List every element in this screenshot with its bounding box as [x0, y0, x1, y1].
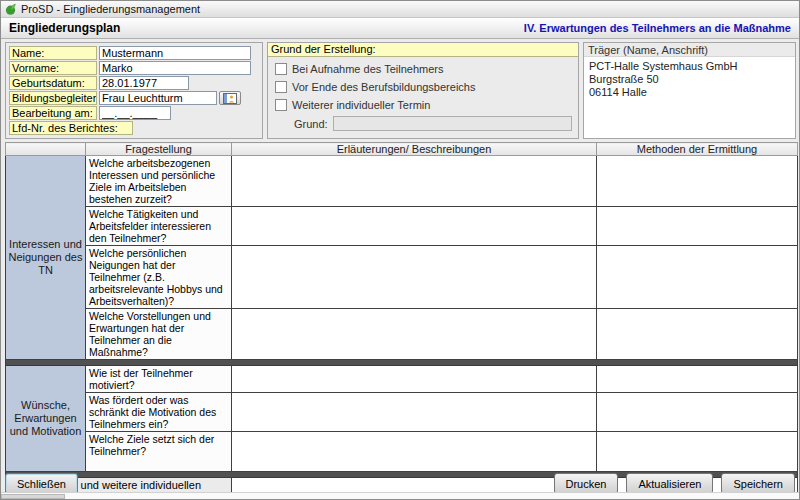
geburtsdatum-label: Geburtsdatum: [9, 76, 97, 90]
question-cell: Welche Tätigkeiten und Arbeitsfelder int… [86, 207, 232, 246]
traeger-line-1: PCT-Halle Systemhaus GmbH [589, 60, 790, 73]
fragestellung-header: Fragestellung [86, 143, 232, 156]
checkbox-row-vor-ende: Vor Ende des Berufsbildungsbereichs [275, 80, 578, 93]
methoden-cell[interactable] [597, 393, 798, 432]
field-row-vorname: Vorname: [9, 61, 259, 75]
methoden-cell[interactable] [597, 246, 798, 309]
question-cell: Was fördert oder was schränkt die Motiva… [86, 393, 232, 432]
erlaeuterungen-cell[interactable] [232, 366, 597, 393]
traeger-line-2: Burgstraße 50 [589, 73, 790, 86]
bildungsbegleiter-label: Bildungsbegleiter: [9, 91, 97, 105]
print-button[interactable]: Drucken [554, 473, 619, 494]
grund-input[interactable] [333, 116, 572, 131]
traeger-address: PCT-Halle Systemhaus GmbH Burgstraße 50 … [584, 57, 795, 102]
field-row-bearbeitung: Bearbeitung am: [9, 106, 259, 120]
methoden-cell[interactable] [597, 309, 798, 360]
section-title: IV. Erwartungen des Teilnehmers an die M… [524, 22, 791, 34]
lfdnr-label: Lfd-Nr. des Berichtes: [9, 121, 133, 135]
table-row: Interessen und Neigungen des TN Welche a… [6, 156, 798, 207]
erlaeuterungen-cell[interactable] [232, 156, 597, 207]
name-label: Name: [9, 46, 97, 60]
traeger-panel: Träger (Name, Anschrift) PCT-Halle Syste… [583, 42, 796, 139]
plan-table: Fragestellung Erläuterungen/ Beschreibun… [5, 142, 798, 500]
table-row: Welche Tätigkeiten und Arbeitsfelder int… [6, 207, 798, 246]
vor-ende-checkbox[interactable] [275, 81, 287, 93]
traeger-panel-title: Träger (Name, Anschrift) [584, 43, 795, 57]
checkbox-row-weiterer-termin: Weiterer individueller Termin [275, 98, 578, 111]
action-buttons: Drucken Aktualisieren Speichern [554, 473, 796, 494]
table-header-row: Fragestellung Erläuterungen/ Beschreibun… [6, 143, 798, 156]
question-cell: Wie ist der Teilnehmer motiviert? [86, 366, 232, 393]
erlaeuterungen-cell[interactable] [232, 432, 597, 472]
vor-ende-label: Vor Ende des Berufsbildungsbereichs [292, 81, 475, 93]
checkbox-row-aufnahme: Bei Aufnahme des Teilnehmers [275, 62, 578, 75]
titlebar[interactable]: ProSD - Eingliederungsmanagement [1, 1, 799, 18]
field-row-lfdnr: Lfd-Nr. des Berichtes: [9, 121, 259, 135]
bei-aufnahme-label: Bei Aufnahme des Teilnehmers [292, 63, 443, 75]
methoden-header: Methoden der Ermittlung [597, 143, 798, 156]
bearbeitung-label: Bearbeitung am: [9, 106, 97, 120]
table-row: Welche Vorstellungen und Erwartungen hat… [6, 309, 798, 360]
erlaeuterungen-cell[interactable] [232, 309, 597, 360]
table-row: Welche Ziele setzt sich der Teilnehmer? [6, 432, 798, 472]
app-icon [4, 3, 17, 16]
bei-aufnahme-checkbox[interactable] [275, 63, 287, 75]
grund-panel-title: Grund der Erstellung: [268, 43, 578, 57]
erlaeuterungen-cell[interactable] [232, 246, 597, 309]
methoden-cell[interactable] [597, 207, 798, 246]
group-column-header [6, 143, 86, 156]
close-button[interactable]: Schließen [5, 473, 78, 494]
field-row-bildungsbegleiter: Bildungsbegleiter: [9, 91, 259, 105]
question-cell: Welche arbeitsbezogenen Interessen und p… [86, 156, 232, 207]
vorname-input[interactable] [99, 61, 251, 75]
erlaeuterungen-cell[interactable] [232, 393, 597, 432]
weiterer-termin-label: Weiterer individueller Termin [292, 99, 430, 111]
traeger-line-3: 06114 Halle [589, 86, 790, 99]
grund-label: Grund: [294, 118, 328, 130]
geburtsdatum-input[interactable] [99, 76, 189, 90]
erlaeuterungen-cell[interactable] [232, 207, 597, 246]
app-window: ProSD - Eingliederungsmanagement Einglie… [0, 0, 800, 500]
methoden-cell[interactable] [597, 156, 798, 207]
horizontal-scrollbar[interactable] [1, 492, 799, 499]
methoden-cell[interactable] [597, 366, 798, 393]
save-button[interactable]: Speichern [721, 473, 795, 494]
vorname-label: Vorname: [9, 61, 97, 75]
refresh-button[interactable]: Aktualisieren [626, 473, 713, 494]
bearbeitung-input[interactable] [99, 106, 171, 120]
scrollbar-thumb[interactable] [1, 494, 65, 499]
table-row: Welche persönlichen Neigungen hat der Te… [6, 246, 798, 309]
bildungsbegleiter-input[interactable] [99, 91, 217, 105]
methoden-cell[interactable] [597, 432, 798, 472]
question-cell: Welche persönlichen Neigungen hat der Te… [86, 246, 232, 309]
field-row-geburtsdatum: Geburtsdatum: [9, 76, 259, 90]
field-row-name: Name: [9, 46, 259, 60]
table-row: Was fördert oder was schränkt die Motiva… [6, 393, 798, 432]
erlaeuterungen-header: Erläuterungen/ Beschreibungen [232, 143, 597, 156]
question-cell: Welche Ziele setzt sich der Teilnehmer? [86, 432, 232, 472]
header-bar: Eingliederungsplan IV. Erwartungen des T… [1, 18, 799, 39]
group-label-interessen: Interessen und Neigungen des TN [6, 156, 86, 360]
window-title: ProSD - Eingliederungsmanagement [21, 3, 200, 15]
weiterer-termin-checkbox[interactable] [275, 99, 287, 111]
grund-input-row: Grund: [294, 116, 572, 131]
question-cell: Welche Vorstellungen und Erwartungen hat… [86, 309, 232, 360]
select-bildungsbegleiter-button[interactable] [219, 91, 241, 105]
person-panel: Name: Vorname: Geburtsdatum: Bildungsbeg… [5, 42, 263, 139]
page-title: Eingliederungsplan [9, 21, 120, 35]
contact-card-icon [223, 93, 237, 104]
grund-panel: Grund der Erstellung: Bei Aufnahme des T… [267, 42, 579, 139]
table-row: Wünsche, Erwartungen und Motivation Wie … [6, 366, 798, 393]
name-input[interactable] [99, 46, 251, 60]
group-label-wuensche: Wünsche, Erwartungen und Motivation [6, 366, 86, 472]
